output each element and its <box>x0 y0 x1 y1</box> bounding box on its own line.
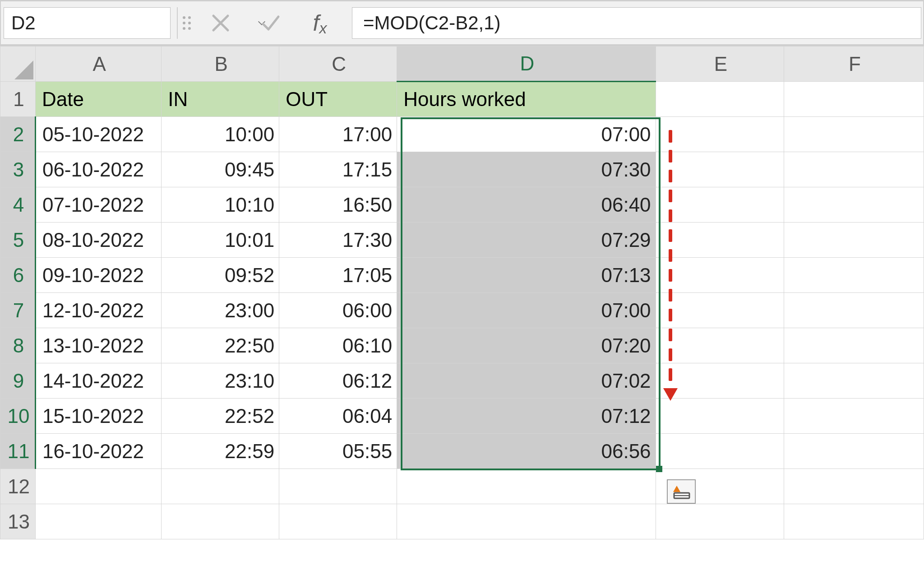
row-header[interactable]: 13 <box>0 504 36 539</box>
cell-F12[interactable] <box>784 469 924 504</box>
col-header-C[interactable]: C <box>279 46 397 82</box>
row-header[interactable]: 1 <box>0 82 36 117</box>
row-header[interactable]: 3 <box>0 152 36 187</box>
cell-D8[interactable]: 07:20 <box>397 328 656 363</box>
cancel-button[interactable] <box>196 9 245 37</box>
cell-C12[interactable] <box>279 469 397 504</box>
cell-E4[interactable] <box>656 187 784 223</box>
row-header[interactable]: 5 <box>0 223 36 258</box>
cell-B11[interactable]: 22:59 <box>162 434 279 469</box>
col-header-A[interactable]: A <box>35 46 161 82</box>
cell-D3[interactable]: 07:30 <box>397 152 656 187</box>
cell-C4[interactable]: 16:50 <box>279 187 397 223</box>
cell-A11[interactable]: 16-10-2022 <box>35 434 161 469</box>
cell-A2[interactable]: 05-10-2022 <box>35 117 161 152</box>
cell-E1[interactable] <box>656 82 784 117</box>
row-header[interactable]: 10 <box>0 399 36 434</box>
cell-C2[interactable]: 17:00 <box>279 117 397 152</box>
cell-D12[interactable] <box>397 469 656 504</box>
cell-F11[interactable] <box>784 434 924 469</box>
cell-F1[interactable] <box>784 82 924 117</box>
row-header[interactable]: 2 <box>0 117 36 152</box>
cell-B3[interactable]: 09:45 <box>162 152 279 187</box>
cell-E2[interactable] <box>656 117 784 152</box>
cell-C8[interactable]: 06:10 <box>279 328 397 363</box>
cell-E3[interactable] <box>656 152 784 187</box>
formula-box[interactable] <box>352 7 921 39</box>
enter-button[interactable] <box>245 9 295 37</box>
autofill-options-button[interactable] <box>667 479 696 504</box>
insert-function-button[interactable]: fx <box>295 9 345 37</box>
name-box[interactable] <box>4 7 171 39</box>
cell-E8[interactable] <box>656 328 784 363</box>
row-header[interactable]: 12 <box>0 469 36 504</box>
cell-C11[interactable]: 05:55 <box>279 434 397 469</box>
col-header-B[interactable]: B <box>162 46 279 82</box>
row-header[interactable]: 9 <box>0 363 36 399</box>
cell-F13[interactable] <box>784 504 924 539</box>
cell-F9[interactable] <box>784 363 924 399</box>
cell-A7[interactable]: 12-10-2022 <box>35 293 161 328</box>
cell-A8[interactable]: 13-10-2022 <box>35 328 161 363</box>
cell-C9[interactable]: 06:12 <box>279 363 397 399</box>
cell-D1[interactable]: Hours worked <box>397 82 656 117</box>
cell-E9[interactable] <box>656 363 784 399</box>
cell-F5[interactable] <box>784 223 924 258</box>
row-header[interactable]: 6 <box>0 258 36 293</box>
cell-B7[interactable]: 23:00 <box>162 293 279 328</box>
col-header-D[interactable]: D <box>397 46 656 82</box>
cell-D5[interactable]: 07:29 <box>397 223 656 258</box>
cell-E6[interactable] <box>656 258 784 293</box>
cell-B8[interactable]: 22:50 <box>162 328 279 363</box>
cell-E10[interactable] <box>656 399 784 434</box>
cell-C7[interactable]: 06:00 <box>279 293 397 328</box>
cell-B10[interactable]: 22:52 <box>162 399 279 434</box>
cell-E11[interactable] <box>656 434 784 469</box>
row-header[interactable]: 11 <box>0 434 36 469</box>
cell-A3[interactable]: 06-10-2022 <box>35 152 161 187</box>
cell-B4[interactable]: 10:10 <box>162 187 279 223</box>
row-header[interactable]: 8 <box>0 328 36 363</box>
cell-D9[interactable]: 07:02 <box>397 363 656 399</box>
cell-F8[interactable] <box>784 328 924 363</box>
row-header[interactable]: 7 <box>0 293 36 328</box>
cell-B5[interactable]: 10:01 <box>162 223 279 258</box>
cell-A10[interactable]: 15-10-2022 <box>35 399 161 434</box>
cell-A4[interactable]: 07-10-2022 <box>35 187 161 223</box>
col-header-E[interactable]: E <box>656 46 784 82</box>
cell-B6[interactable]: 09:52 <box>162 258 279 293</box>
cell-D4[interactable]: 06:40 <box>397 187 656 223</box>
cell-B13[interactable] <box>162 504 279 539</box>
cell-D6[interactable]: 07:13 <box>397 258 656 293</box>
formula-bar-grip[interactable] <box>178 16 196 30</box>
cell-F4[interactable] <box>784 187 924 223</box>
cell-C6[interactable]: 17:05 <box>279 258 397 293</box>
cell-C10[interactable]: 06:04 <box>279 399 397 434</box>
cell-D10[interactable]: 07:12 <box>397 399 656 434</box>
formula-input[interactable] <box>362 12 911 34</box>
cell-F10[interactable] <box>784 399 924 434</box>
cell-D7[interactable]: 07:00 <box>397 293 656 328</box>
cell-A1[interactable]: Date <box>35 82 161 117</box>
cell-A9[interactable]: 14-10-2022 <box>35 363 161 399</box>
cell-F7[interactable] <box>784 293 924 328</box>
cell-B1[interactable]: IN <box>162 82 279 117</box>
cell-E13[interactable] <box>656 504 784 539</box>
col-header-F[interactable]: F <box>784 46 924 82</box>
cell-E7[interactable] <box>656 293 784 328</box>
row-header[interactable]: 4 <box>0 187 36 223</box>
cell-C3[interactable]: 17:15 <box>279 152 397 187</box>
cell-B9[interactable]: 23:10 <box>162 363 279 399</box>
cell-D11[interactable]: 06:56 <box>397 434 656 469</box>
cell-F6[interactable] <box>784 258 924 293</box>
select-all-corner[interactable] <box>0 46 36 82</box>
cell-E5[interactable] <box>656 223 784 258</box>
cell-B12[interactable] <box>162 469 279 504</box>
cell-C5[interactable]: 17:30 <box>279 223 397 258</box>
cell-F3[interactable] <box>784 152 924 187</box>
cell-A12[interactable] <box>35 469 161 504</box>
cell-D13[interactable] <box>397 504 656 539</box>
cell-C13[interactable] <box>279 504 397 539</box>
cell-A5[interactable]: 08-10-2022 <box>35 223 161 258</box>
cell-A6[interactable]: 09-10-2022 <box>35 258 161 293</box>
